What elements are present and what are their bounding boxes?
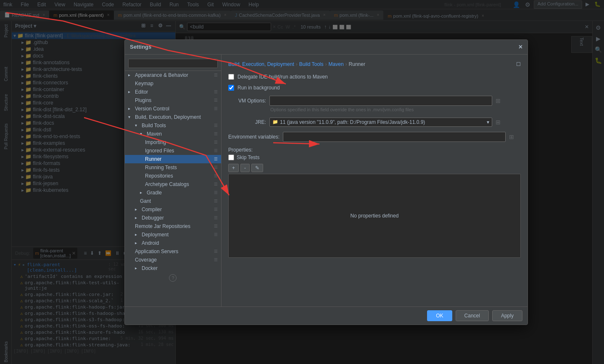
settings-item-deployment[interactable]: ▸ Deployment ☰: [125, 230, 221, 239]
settings-item-remote-jar[interactable]: Remote Jar Repositories ☰: [125, 222, 221, 230]
modal-title-bar: Settings ×: [125, 40, 528, 55]
skip-tests-checkbox[interactable]: [228, 155, 234, 160]
settings-icon: ☰: [214, 182, 218, 186]
settings-item-android[interactable]: ▸ Android: [125, 239, 221, 247]
settings-item-label: Version Control: [135, 106, 169, 112]
env-vars-expand-icon[interactable]: ⊞: [509, 134, 514, 140]
breadcrumb-sep-2: ›: [325, 61, 327, 67]
settings-icon: ☰: [214, 98, 218, 102]
ok-button[interactable]: OK: [427, 310, 452, 321]
run-background-checkbox[interactable]: [228, 85, 234, 91]
settings-item-runner[interactable]: Runner ☰: [125, 155, 221, 163]
breadcrumb-build[interactable]: Build, Execution, Deployment: [228, 61, 294, 67]
settings-item-debugger[interactable]: ▸ Debugger ☰: [125, 214, 221, 222]
expand-icon: ▸: [140, 190, 145, 195]
settings-item-keymap[interactable]: Keymap: [125, 79, 221, 88]
expand-icon: ▸: [135, 241, 140, 245]
settings-icon: ☰: [214, 173, 218, 178]
vm-options-label: VM Options:: [228, 98, 266, 104]
settings-icon: ☰: [214, 199, 218, 203]
settings-item-label: Gant: [140, 198, 151, 204]
properties-section: Properties:: [228, 147, 521, 153]
env-vars-row: Environment variables: ⊞: [228, 132, 521, 142]
breadcrumb-sep-1: ›: [296, 61, 298, 67]
modal-close-button[interactable]: ×: [519, 43, 522, 51]
env-vars-input[interactable]: [283, 132, 506, 142]
settings-item-gradle[interactable]: ▸ Gradle ☰: [125, 189, 221, 197]
settings-item-build-tools[interactable]: ▾ Build Tools ☰: [125, 121, 221, 130]
jre-label: JRE:: [228, 119, 266, 125]
breadcrumb-external-icon[interactable]: ☐: [516, 61, 521, 67]
run-background-row: Run in background: [228, 85, 521, 91]
settings-item-label: Remote Jar Repositories: [135, 223, 190, 229]
settings-item-label: Android: [142, 240, 159, 246]
expand-icon: ▸: [135, 232, 140, 237]
expand-icon: ▸: [135, 207, 140, 212]
settings-item-label: Maven: [147, 131, 162, 137]
vm-options-row: VM Options: ⊞: [228, 96, 521, 106]
settings-item-label: Importing: [145, 139, 166, 145]
settings-icon: ☰: [214, 123, 218, 128]
properties-label: Properties:: [228, 147, 253, 153]
settings-item-archetype-catalogs[interactable]: Archetype Catalogs ☰: [125, 180, 221, 189]
breadcrumb-build-tools[interactable]: Build Tools: [299, 61, 324, 67]
settings-icon: ☰: [214, 190, 218, 195]
settings-icon: ☰: [214, 215, 218, 220]
settings-item-vcs[interactable]: ▸ Version Control ☰: [125, 105, 221, 113]
jre-row: JRE: 📁 11 (java version "11.0.9", path: …: [228, 118, 521, 127]
settings-icon: ☰: [214, 157, 218, 161]
expand-icon: [128, 98, 133, 102]
settings-item-repositories[interactable]: Repositories ☰: [125, 172, 221, 180]
apply-button[interactable]: Apply: [492, 310, 522, 321]
settings-item-gant[interactable]: Gant ☰: [125, 197, 221, 205]
settings-item-plugins[interactable]: Plugins ☰: [125, 96, 221, 105]
cancel-button[interactable]: Cancel: [456, 310, 489, 321]
settings-icon: ☰: [214, 131, 218, 136]
help-icon[interactable]: ?: [169, 274, 177, 282]
settings-icon: ☰: [214, 73, 218, 77]
delegate-ide-label: Delegate IDE build/run actions to Maven: [237, 74, 328, 80]
settings-tree-panel: ▸ Appearance & Behavior ☰ Keymap ▸ Edito…: [125, 55, 222, 306]
settings-item-build[interactable]: ▾ Build, Execution, Deployment: [125, 113, 221, 121]
jre-expand-icon[interactable]: ⊞: [496, 119, 501, 126]
settings-item-ignored-files[interactable]: Ignored Files ☰: [125, 147, 221, 155]
settings-icon: ☰: [214, 165, 218, 170]
settings-modal: Settings × ▸ Appearance & Behavior ☰ Key…: [124, 39, 528, 325]
settings-item-docker[interactable]: ▸ Docker: [125, 264, 221, 272]
settings-icon: ☰: [214, 249, 218, 254]
add-property-button[interactable]: +: [228, 164, 239, 172]
settings-item-label: Running Tests: [145, 165, 177, 170]
no-properties-text: No properties defined: [351, 213, 399, 219]
settings-item-label: Plugins: [135, 97, 151, 103]
settings-item-label: Deployment: [142, 232, 169, 238]
help-icon-container[interactable]: ?: [125, 272, 221, 283]
vm-options-input[interactable]: [269, 96, 492, 106]
remove-property-button[interactable]: -: [240, 164, 250, 172]
settings-icon: ☰: [214, 207, 218, 212]
settings-item-label: Gradle: [147, 190, 162, 196]
settings-item-appearance[interactable]: ▸ Appearance & Behavior ☰: [125, 71, 221, 79]
delegate-ide-checkbox[interactable]: [228, 74, 234, 80]
settings-item-compiler[interactable]: ▸ Compiler ☰: [125, 205, 221, 214]
jre-folder-icon: 📁: [272, 119, 278, 125]
settings-item-label: Editor: [135, 89, 148, 95]
settings-item-importing[interactable]: Importing ☰: [125, 138, 221, 147]
vm-options-hint: Options specified in this field override…: [270, 107, 414, 112]
vm-options-hint-container: Options specified in this field override…: [270, 107, 521, 113]
settings-item-editor[interactable]: ▸ Editor ☰: [125, 88, 221, 96]
jre-dropdown[interactable]: 📁 11 (java version "11.0.9", path: D:/Pr…: [269, 118, 492, 127]
settings-item-app-servers[interactable]: Application Servers ☰: [125, 247, 221, 256]
settings-item-running-tests[interactable]: Running Tests ☰: [125, 163, 221, 172]
modal-body: ▸ Appearance & Behavior ☰ Keymap ▸ Edito…: [125, 55, 528, 306]
settings-search-box: [125, 56, 221, 71]
breadcrumb-maven[interactable]: Maven: [329, 61, 344, 67]
settings-icon: ☰: [214, 89, 218, 94]
modal-title-text: Settings: [130, 44, 151, 50]
edit-property-button[interactable]: ✎: [251, 164, 263, 172]
vm-options-expand-icon[interactable]: ⊞: [496, 97, 501, 104]
expand-icon: ▸: [135, 266, 140, 270]
settings-search-input[interactable]: [128, 59, 218, 68]
settings-item-maven[interactable]: ▾ Maven ☰: [125, 130, 221, 138]
settings-item-coverage[interactable]: Coverage ☰: [125, 256, 221, 264]
settings-icon: ☰: [214, 232, 218, 237]
